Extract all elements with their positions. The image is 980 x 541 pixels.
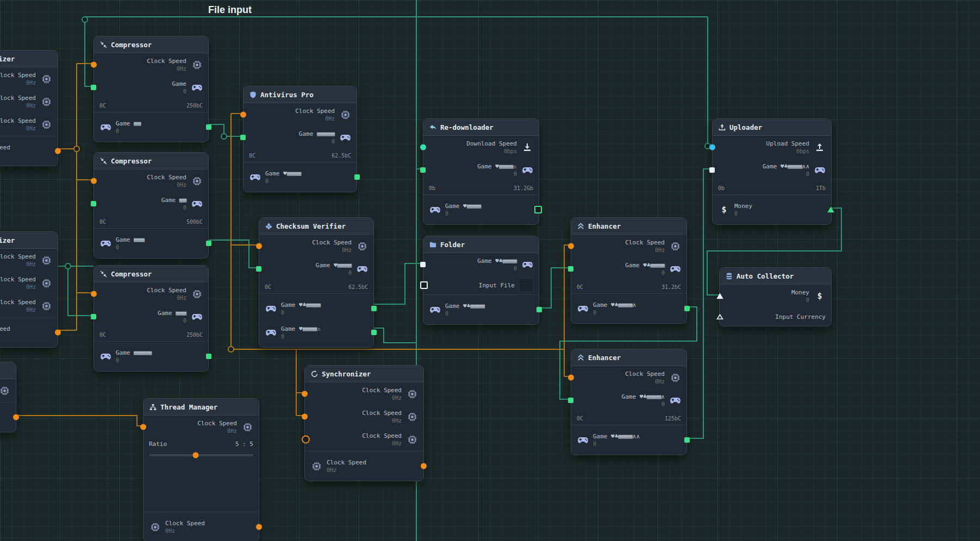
clock-input-port[interactable] <box>568 243 574 249</box>
game-input-port[interactable] <box>420 262 426 267</box>
node-enhancer-1[interactable]: Enhancer Clock Speed0Hz Game ♥♣▦▦▦▦0 0C … <box>571 217 687 324</box>
node-compressor-2[interactable]: Compressor Clock Speed0Hz Game ▦▦0 0C 50… <box>93 152 209 259</box>
output-row-game: Game ♥♣▦▦▦▦∧0 <box>571 297 686 320</box>
node-synchronizer-clipped-top[interactable]: Synchronizer Clock Speed0Hz Clock Speed0… <box>0 50 58 166</box>
clock-output-port[interactable] <box>55 148 61 154</box>
clock-output-port[interactable] <box>13 414 19 420</box>
money-output-port[interactable] <box>827 207 834 213</box>
cpu-chip-icon <box>40 256 52 265</box>
game-input-port[interactable] <box>91 85 96 90</box>
node-title: Synchronizer <box>322 370 371 378</box>
cpu-chip-icon <box>149 523 161 532</box>
money-input-port[interactable] <box>716 293 723 299</box>
node-synchronizer[interactable]: Synchronizer Clock Speed0Hz Clock Speed0… <box>304 365 424 481</box>
clock-input-port[interactable] <box>240 112 246 118</box>
game-output-port[interactable] <box>371 330 377 335</box>
game-input-port[interactable] <box>240 135 246 140</box>
clock-input-port[interactable] <box>140 424 146 430</box>
game-input-port[interactable] <box>709 167 715 173</box>
cost-current: 0C <box>99 219 106 225</box>
node-auto-collector[interactable]: Auto Collector Money0 $ Input Currency <box>719 267 832 326</box>
clock-input-port[interactable] <box>568 375 574 381</box>
node-re-downloader[interactable]: Re-downloader Download Speed0bps Game ♥▦… <box>423 118 539 225</box>
cpu-chip-icon <box>40 74 52 84</box>
game-output-port[interactable] <box>371 306 377 311</box>
file-input-port[interactable] <box>420 281 428 289</box>
game-input-port[interactable] <box>91 314 96 319</box>
node-compressor-1[interactable]: Compressor Clock Speed0Hz Game0 0C 250bC… <box>93 36 209 142</box>
node-compressor-3[interactable]: Compressor Clock Speed0Hz Game ▦▦▦0 0C 2… <box>93 265 209 372</box>
game-input-port[interactable] <box>568 266 573 272</box>
download-speed-input-port[interactable] <box>420 144 426 150</box>
node-checksum-verifier[interactable]: Checksum Verifier Clock Speed0Hz Game ♥▦… <box>259 217 374 348</box>
input-row-currency: Input Currency <box>720 307 831 326</box>
ratio-slider[interactable] <box>149 454 253 456</box>
input-row-game: Game ♥♣▦▦▦▦∧∧0 <box>713 159 831 181</box>
clock-output-port[interactable] <box>256 524 262 530</box>
clock-input-port[interactable] <box>91 291 97 297</box>
gamepad-icon <box>265 305 277 312</box>
output-row-game: Game ▦▦0 <box>94 115 208 139</box>
game-input-port[interactable] <box>256 266 261 272</box>
game-output-port[interactable] <box>354 174 360 180</box>
gamepad-icon <box>669 266 681 273</box>
node-synchronizer-clipped-mid[interactable]: Synchronizer Clock Speed0Hz Clock Speed0… <box>0 231 58 348</box>
node-enhancer-2[interactable]: Enhancer Clock Speed0Hz Game ♥♣▦▦▦▦∧0 0C… <box>571 349 687 455</box>
compress-icon <box>99 270 107 278</box>
clock-input-port[interactable] <box>302 391 308 397</box>
input-row-file: Input File <box>423 276 539 294</box>
clock-input-port[interactable] <box>91 178 97 184</box>
clock-input-port[interactable] <box>256 243 262 249</box>
clock-input-port[interactable] <box>302 414 308 420</box>
game-output-port[interactable] <box>684 306 690 311</box>
node-header: Synchronizer <box>305 366 423 382</box>
cost-current: 0C <box>99 332 106 338</box>
ratio-slider-knob[interactable] <box>193 452 199 458</box>
node-header: Synchronizer <box>0 232 58 249</box>
node-header: Antivirus Pro <box>244 86 357 103</box>
game-input-port[interactable] <box>91 201 96 206</box>
output-row-clock-speed: Clock Speed0Hz <box>0 139 58 163</box>
game-output-port[interactable] <box>536 307 542 312</box>
wire-junction <box>228 347 234 352</box>
file-drop-slot[interactable] <box>519 278 533 292</box>
node-title: Compressor <box>111 270 152 278</box>
game-output-port[interactable] <box>206 124 211 130</box>
gamepad-icon <box>429 206 441 213</box>
output-row-clock-speed: Clock Speed0Hz <box>305 454 423 478</box>
node-clipped-bottom-left[interactable] <box>0 362 16 432</box>
wire-junction <box>221 134 227 139</box>
cost-current: 0C <box>577 284 583 290</box>
input-row-upload-speed: Upload Speed0bps <box>713 136 831 159</box>
input-row-game: Game ♥▦▦▦▦⚠0 <box>423 159 539 181</box>
gamepad-icon <box>191 200 203 207</box>
node-antivirus-pro[interactable]: Antivirus Pro Clock Speed0Hz Game ▦▦▦▦▦0… <box>243 86 357 192</box>
cost-max: 31.2Gb <box>514 185 533 191</box>
game-input-port[interactable] <box>568 398 573 403</box>
clock-output-port[interactable] <box>421 463 427 469</box>
game-output-port[interactable] <box>534 206 542 213</box>
node-folder[interactable]: Folder Game ♥♣▦▦▦▦0 Input File Game ♥♣▦▦… <box>423 236 539 325</box>
input-row-clock-speed: Clock Speed0Hz <box>0 90 58 113</box>
node-canvas[interactable]: File input Synchronizer Clock Speed0Hz C… <box>0 0 980 541</box>
upload-speed-input-port[interactable] <box>709 144 715 150</box>
clock-output-port[interactable] <box>55 330 61 336</box>
output-row-game-verified: Game ♥♣▦▦▦▦0 <box>259 297 373 320</box>
clover-icon <box>265 222 272 230</box>
cost-current: 0C <box>249 153 255 159</box>
node-uploader[interactable]: Uploader Upload Speed0bps Game ♥♣▦▦▦▦∧∧0… <box>712 118 832 225</box>
clock-input-port[interactable] <box>91 62 97 68</box>
game-output-port[interactable] <box>206 354 211 359</box>
game-output-port[interactable] <box>206 241 211 246</box>
currency-input-port[interactable] <box>716 314 723 320</box>
compress-icon <box>99 157 107 165</box>
node-thread-manager[interactable]: Thread Manager Clock Speed0Hz Ratio 5 : … <box>143 398 259 541</box>
cpu-chip-icon <box>356 242 368 251</box>
game-input-port[interactable] <box>420 167 426 173</box>
clock-input-port[interactable] <box>302 436 310 444</box>
game-output-port[interactable] <box>684 437 690 443</box>
cpu-chip-icon <box>40 279 52 288</box>
node-title: Compressor <box>111 157 152 165</box>
double-chevron-up-icon <box>577 222 584 230</box>
cost-current: 0C <box>577 416 583 422</box>
